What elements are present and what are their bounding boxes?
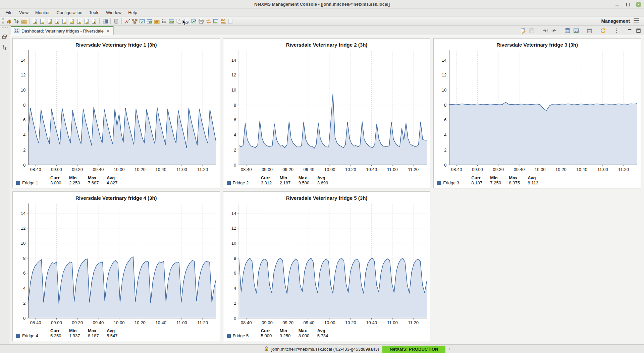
alarm-browser-icon[interactable] — [39, 17, 46, 25]
menu-file[interactable]: File — [2, 9, 16, 16]
fridge-chart-canvas[interactable]: 0246810121408:4009:0009:2009:4010:0010:2… — [13, 201, 220, 329]
fridge-chart-canvas[interactable]: 0246810121408:4009:0009:2009:4010:0010:2… — [223, 201, 430, 329]
fullscreen-icon[interactable] — [586, 27, 593, 34]
menu-monitor[interactable]: Monitor — [32, 9, 53, 16]
hamburger-menu-icon[interactable] — [633, 18, 639, 24]
menu-tools[interactable]: Tools — [86, 9, 103, 16]
menu-view[interactable]: View — [16, 9, 32, 16]
performance-graph-icon[interactable] — [123, 17, 131, 25]
svg-text:4: 4 — [234, 286, 236, 291]
svg-text:0: 0 — [234, 315, 236, 320]
chart-area[interactable]: 0246810121408:4009:0009:2009:4010:0010:2… — [13, 201, 220, 329]
snmp-trap-monitor-icon[interactable] — [75, 17, 83, 25]
svg-text:10:20: 10:20 — [555, 167, 567, 172]
network-map-icon[interactable] — [168, 17, 175, 25]
maximize-button[interactable] — [625, 1, 631, 7]
object-browser-icon[interactable] — [13, 17, 20, 25]
chart-area[interactable]: 0246810121408:4009:0009:2009:4010:0010:2… — [223, 201, 430, 329]
event-log-icon[interactable] — [101, 17, 109, 25]
tab-close-icon[interactable]: ✕ — [106, 28, 111, 34]
chart-area[interactable]: 0246810121408:4009:0009:2009:4010:0010:2… — [13, 48, 220, 175]
fridge-chart-canvas[interactable]: 0246810121408:4009:0009:2009:4010:0010:2… — [434, 48, 641, 175]
legend-series-name: Fridge 3 — [443, 180, 459, 185]
svg-text:6: 6 — [234, 271, 236, 276]
chart-area[interactable]: 0246810121408:4009:0009:2009:4010:0010:2… — [223, 48, 430, 175]
pin-left-icon[interactable] — [550, 27, 557, 34]
edit-dashboard-icon[interactable] — [519, 27, 527, 34]
alarm-log-icon[interactable] — [46, 17, 53, 25]
svg-text:10:20: 10:20 — [345, 320, 356, 325]
svg-text:10:40: 10:40 — [155, 320, 166, 325]
user-manager-icon[interactable] — [219, 17, 227, 25]
template-folder-icon[interactable] — [153, 17, 160, 25]
chart-panel-fridge-2: Riversdale Veterinary fridge 2 (3h)02468… — [223, 38, 431, 188]
minimize-view-icon[interactable] — [626, 27, 633, 34]
view-menu-icon[interactable] — [612, 27, 620, 34]
close-button[interactable]: ✕ — [636, 2, 641, 7]
object-status-icon[interactable] — [138, 17, 146, 25]
fridge-chart-canvas[interactable]: 0246810121408:4009:0009:2009:4010:0010:2… — [13, 48, 220, 175]
file-transfer-icon[interactable] — [205, 17, 212, 25]
fridge-chart-canvas[interactable]: 0246810121408:4009:0009:2009:4010:0010:2… — [223, 48, 430, 175]
package-manager-icon[interactable] — [112, 17, 120, 25]
table-view-icon[interactable] — [564, 27, 571, 34]
toolbar-separator — [110, 18, 111, 24]
copy-view-icon[interactable] — [175, 17, 182, 25]
tab-dashboard-riversdale[interactable]: Dashboard: Veterinary fridges - Riversda… — [11, 26, 114, 35]
svg-text:09:20: 09:20 — [282, 167, 293, 172]
network-topology-icon[interactable] — [131, 17, 138, 25]
minimize-button[interactable] — [614, 1, 620, 7]
svg-text:11:00: 11:00 — [387, 167, 398, 172]
status-grip — [449, 347, 450, 351]
screenshot-view-icon[interactable] — [212, 17, 219, 25]
toolbar-separator — [99, 18, 100, 24]
object-list-icon[interactable] — [160, 17, 168, 25]
event-monitor-icon[interactable] — [53, 17, 61, 25]
legend-header-min: Min — [490, 175, 509, 180]
chart-title: Riversdale Veterinary fridge 5 (3h) — [223, 192, 430, 201]
menu-configuration[interactable]: Configuration — [53, 9, 86, 16]
svg-text:10:20: 10:20 — [135, 320, 146, 325]
export-image-icon[interactable] — [572, 27, 580, 34]
policy-monitor-icon[interactable] — [83, 17, 90, 25]
data-collection-icon[interactable] — [146, 17, 153, 25]
alarm-sound-icon[interactable] — [5, 17, 13, 25]
rail-drag-handle[interactable] — [2, 27, 8, 28]
legend-header-curr: Curr — [50, 175, 69, 180]
svg-text:11:00: 11:00 — [176, 167, 187, 172]
menu-help[interactable]: Help — [125, 9, 141, 16]
svg-text:10:40: 10:40 — [155, 167, 166, 172]
svg-text:09:00: 09:00 — [51, 167, 62, 172]
syslog-monitor-icon[interactable] — [61, 17, 68, 25]
pin-right-icon[interactable] — [541, 27, 549, 34]
svg-text:0: 0 — [23, 315, 25, 320]
legend-curr-value: 3.000 — [50, 180, 69, 185]
chart-area[interactable]: 0246810121408:4009:0009:2009:4010:0010:2… — [434, 48, 641, 175]
toolbar-drag-handle[interactable] — [2, 18, 4, 24]
open-dashboard-icon[interactable] — [20, 17, 28, 25]
window-title: NetXMS Management Console - [john.mitche… — [254, 2, 390, 7]
alarm-view-icon[interactable] — [31, 17, 39, 25]
object-tree-icon[interactable] — [1, 44, 8, 51]
legend-curr-value: 8.187 — [471, 180, 490, 185]
menu-window[interactable]: Window — [103, 9, 125, 16]
business-service-icon[interactable] — [190, 17, 197, 25]
audit-log-icon[interactable] — [90, 17, 98, 25]
maximize-view-icon[interactable] — [635, 27, 642, 34]
restore-view-icon[interactable] — [1, 33, 8, 40]
svg-text:8: 8 — [23, 255, 25, 260]
svg-text:09:40: 09:40 — [93, 320, 104, 325]
print-icon[interactable] — [197, 17, 205, 25]
dashboard-tab-icon — [14, 27, 19, 34]
alarm-acknowledge-icon[interactable] — [68, 17, 75, 25]
refresh-icon[interactable] — [599, 27, 606, 34]
save-icon[interactable] — [528, 27, 535, 34]
svg-text:12: 12 — [231, 226, 236, 231]
legend-header-max: Max — [299, 328, 317, 333]
chart-legend: CurrMinMaxAvgFridge 38.1877.2508.3758.11… — [434, 175, 641, 188]
legend-max-value: 9.500 — [299, 180, 317, 185]
history-view-icon[interactable] — [182, 17, 190, 25]
svg-text:4: 4 — [234, 132, 236, 137]
perspective-switcher[interactable]: Management — [601, 18, 642, 24]
report-view-icon[interactable] — [227, 17, 234, 25]
